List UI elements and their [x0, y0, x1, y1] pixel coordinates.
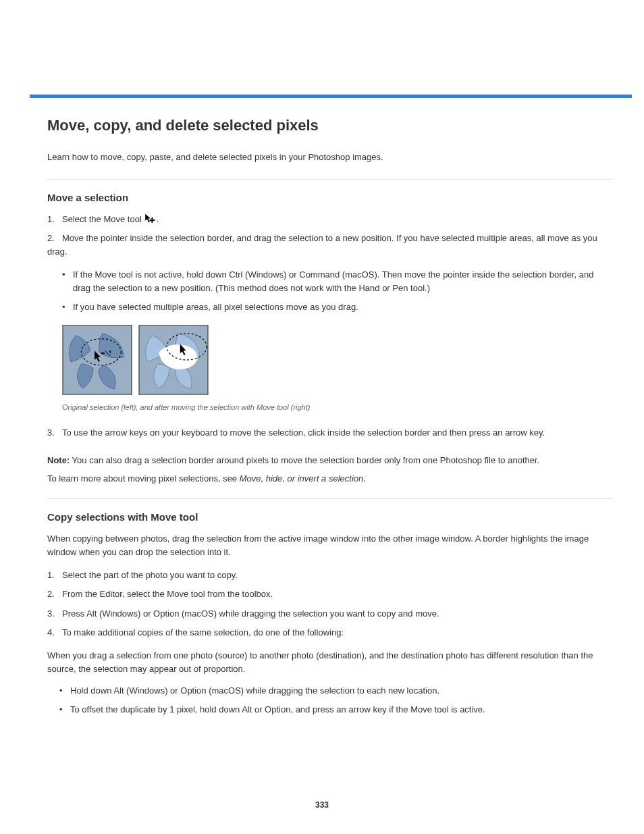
- copy-step-1: 1.Select the part of the photo you want …: [47, 569, 612, 582]
- step-number: 1.: [47, 569, 62, 582]
- step-2-text: Move the pointer inside the selection bo…: [47, 233, 597, 257]
- ordered-steps-1: 1.Select the Move tool .: [47, 213, 612, 259]
- note-2: To learn more about moving pixel selecti…: [47, 472, 591, 486]
- step-3: 3.To use the arrow keys on your keyboard…: [47, 427, 612, 438]
- step-2: 2.Move the pointer inside the selection …: [47, 232, 612, 259]
- lead-block: Learn how to move, copy, paste, and dele…: [47, 151, 612, 499]
- step-1-text-b: .: [156, 214, 159, 224]
- move-tool-icon: [144, 213, 156, 224]
- note-2-link[interactable]: Move, hide, or invert a selection: [240, 473, 364, 484]
- bullet-item: If you have selected multiple areas, all…: [62, 301, 612, 314]
- copy-sub-bullets: Hold down Alt (Windows) or Option (macOS…: [59, 684, 612, 716]
- section-heading-copy: Copy selections with Move tool: [47, 511, 612, 523]
- copy-step-2: 2.From the Editor, select the Move tool …: [47, 588, 612, 601]
- page-number: 333: [0, 800, 644, 810]
- step-1: 1.Select the Move tool .: [47, 213, 612, 226]
- step-number: 2.: [47, 232, 62, 245]
- figure-caption: Original selection (left), and after mov…: [62, 403, 612, 411]
- step-2-bullets: If the Move tool is not active, hold dow…: [62, 268, 612, 314]
- step-3-text: To use the arrow keys on your keyboard t…: [62, 427, 545, 438]
- illustration-before: [62, 325, 132, 395]
- resolution-note: When you drag a selection from one photo…: [47, 649, 612, 676]
- copy-intro: When copying between photos, drag the se…: [47, 532, 612, 559]
- divider: [47, 179, 612, 180]
- step-number: 4.: [47, 626, 62, 640]
- svg-rect-1: [150, 219, 155, 221]
- step-number: 3.: [47, 607, 62, 621]
- note-label: Note:: [47, 455, 70, 465]
- note-1: Note: You can also drag a selection bord…: [47, 454, 591, 468]
- illustration-after: [138, 325, 209, 395]
- note-2-prefix: To learn more about moving pixel selecti…: [47, 473, 240, 484]
- header-rule: [30, 95, 632, 98]
- section-copy: Copy selections with Move tool When copy…: [47, 511, 612, 716]
- copy-step-3-text: Press Alt (Windows) or Option (macOS) wh…: [62, 608, 439, 619]
- copy-step-4: 4.To make additional copies of the same …: [47, 626, 612, 640]
- illustration-row: [62, 325, 612, 395]
- notes-block: Note: You can also drag a selection bord…: [47, 454, 591, 486]
- sub-bullet-item: To offset the duplicate by 1 pixel, hold…: [59, 703, 612, 716]
- step-1-text-a: Select the Move tool: [62, 214, 144, 224]
- note-1-text: You can also drag a selection border aro…: [72, 455, 540, 465]
- section-heading-move: Move a selection: [47, 192, 612, 203]
- ordered-steps-2: 1.Select the part of the photo you want …: [47, 569, 612, 640]
- step-number: 3.: [47, 427, 62, 438]
- lead-paragraph: Learn how to move, copy, paste, and dele…: [47, 151, 612, 164]
- copy-step-2-text: From the Editor, select the Move tool fr…: [62, 589, 273, 599]
- step-number: 2.: [47, 588, 62, 601]
- document-page: Move, copy, and delete selected pixels L…: [0, 0, 644, 716]
- copy-step-3: 3.Press Alt (Windows) or Option (macOS) …: [47, 607, 612, 621]
- copy-step-4-text: To make additional copies of the same se…: [62, 627, 344, 637]
- bullet-item: If the Move tool is not active, hold dow…: [62, 268, 612, 295]
- copy-step-1-text: Select the part of the photo you want to…: [62, 570, 238, 580]
- page-title: Move, copy, and delete selected pixels: [47, 117, 632, 134]
- divider: [47, 498, 612, 499]
- sub-bullet-item: Hold down Alt (Windows) or Option (macOS…: [59, 684, 612, 698]
- step-number: 1.: [47, 213, 62, 226]
